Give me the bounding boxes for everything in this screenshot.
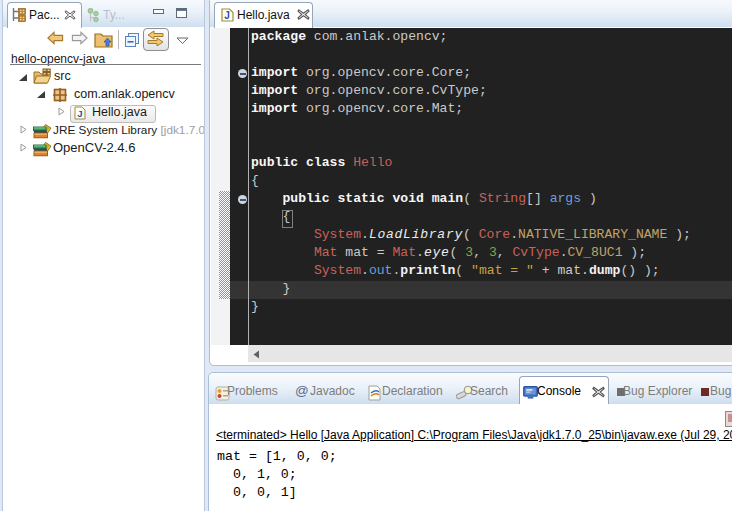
svg-text:J: J — [77, 108, 82, 119]
svg-text:J: J — [224, 10, 230, 21]
